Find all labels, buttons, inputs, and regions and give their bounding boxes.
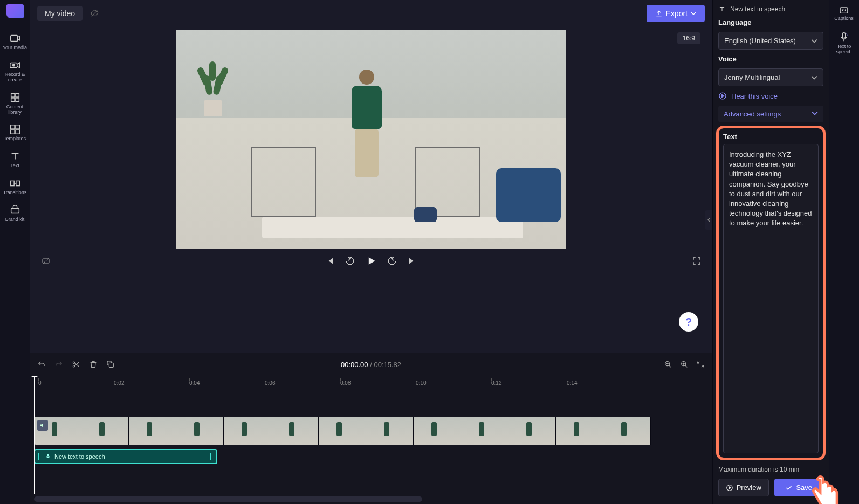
tts-text-input[interactable] xyxy=(723,144,819,453)
time-current: 00:00.00 xyxy=(341,361,368,369)
project-title[interactable]: My video xyxy=(37,6,83,21)
media-icon xyxy=(9,32,21,44)
tts-icon xyxy=(838,31,850,43)
templates-icon xyxy=(9,123,21,135)
transitions-icon xyxy=(9,177,21,189)
clip-grip-right[interactable] xyxy=(210,453,213,460)
left-sidebar: Your media Record & create Content libra… xyxy=(0,0,30,504)
nav-brand-kit[interactable]: Brand kit xyxy=(0,200,30,227)
main-area: My video Export 16:9 xyxy=(30,0,712,504)
language-label: Language xyxy=(718,18,823,26)
language-select[interactable]: English (United States) xyxy=(718,32,823,50)
svg-rect-11 xyxy=(10,181,13,186)
preview-label: Preview xyxy=(737,484,761,492)
export-label: Export xyxy=(666,9,688,18)
ruler-tick: 0:06 xyxy=(265,380,275,386)
svg-rect-8 xyxy=(15,125,19,129)
player-controls xyxy=(30,249,712,273)
video-track[interactable] xyxy=(34,417,708,445)
forward-button[interactable] xyxy=(387,256,397,266)
svg-rect-13 xyxy=(11,208,19,213)
hear-voice-button[interactable]: Hear this voice xyxy=(718,92,823,100)
upload-icon xyxy=(655,10,663,17)
tts-clip[interactable]: New text to speech xyxy=(34,449,217,464)
record-icon xyxy=(9,59,21,71)
keyboard-off-icon[interactable] xyxy=(40,257,51,265)
text-icon xyxy=(9,150,21,162)
svg-rect-0 xyxy=(10,36,17,42)
nav-templates[interactable]: Templates xyxy=(0,119,30,146)
fit-timeline-button[interactable] xyxy=(696,360,705,369)
redo-button[interactable] xyxy=(54,360,63,369)
save-label: Save xyxy=(796,484,812,492)
playhead[interactable] xyxy=(34,376,35,494)
advanced-settings-toggle[interactable]: Advanced settings xyxy=(718,106,823,122)
nav-label: Text xyxy=(10,163,19,169)
zoom-out-button[interactable] xyxy=(664,360,672,369)
nav-content-library[interactable]: Content library xyxy=(0,87,30,120)
rail-label: Text to speech xyxy=(829,44,859,55)
rewind-button[interactable] xyxy=(345,256,355,266)
text-section-highlight: Text xyxy=(716,126,826,460)
nav-label: Transitions xyxy=(3,190,27,196)
svg-rect-12 xyxy=(16,181,19,186)
rail-captions[interactable]: Captions xyxy=(834,5,854,22)
captions-icon xyxy=(838,5,850,15)
nav-your-media[interactable]: Your media xyxy=(0,28,30,55)
svg-rect-9 xyxy=(10,130,14,134)
delete-button[interactable] xyxy=(89,360,98,369)
ruler-tick: 0:10 xyxy=(416,380,426,386)
nav-text[interactable]: Text xyxy=(0,146,30,173)
nav-transitions[interactable]: Transitions xyxy=(0,173,30,200)
svg-rect-19 xyxy=(109,363,113,367)
hear-voice-label: Hear this voice xyxy=(731,92,778,100)
panel-header: New text to speech xyxy=(718,5,823,13)
audio-icon xyxy=(37,420,48,431)
svg-line-14 xyxy=(92,11,98,17)
preview-button[interactable]: Preview xyxy=(718,479,769,496)
tts-panel: New text to speech Language English (Uni… xyxy=(712,0,829,504)
brand-kit-icon xyxy=(9,204,21,216)
export-button[interactable]: Export xyxy=(647,5,705,22)
check-icon xyxy=(785,484,793,492)
play-button[interactable] xyxy=(366,256,376,266)
right-rail: Captions Text to speech xyxy=(829,0,859,504)
skip-back-button[interactable] xyxy=(325,256,334,266)
mic-icon xyxy=(45,453,51,460)
zoom-in-button[interactable] xyxy=(680,360,689,369)
time-ruler[interactable]: 0 0:02 0:04 0:06 0:08 0:10 0:12 0:14 xyxy=(38,380,708,393)
advanced-label: Advanced settings xyxy=(724,110,781,118)
nav-label: Brand kit xyxy=(5,217,25,223)
library-icon xyxy=(9,92,21,103)
chevron-down-icon xyxy=(811,74,817,81)
clip-grip-left[interactable] xyxy=(38,453,42,460)
text-label: Text xyxy=(723,133,819,141)
voice-select[interactable]: Jenny Multilingual xyxy=(718,68,823,86)
play-circle-icon xyxy=(726,484,733,492)
panel-buttons: Preview Save xyxy=(718,479,823,496)
ruler-tick: 0:08 xyxy=(340,380,351,386)
undo-button[interactable] xyxy=(37,360,46,369)
help-button[interactable]: ? xyxy=(679,312,698,332)
aspect-ratio-chip[interactable]: 16:9 xyxy=(677,32,700,44)
nav-label: Templates xyxy=(4,136,26,142)
max-duration-note: Maximum duration is 10 min xyxy=(718,466,823,473)
ruler-tick: 0 xyxy=(38,380,42,386)
svg-rect-10 xyxy=(15,130,19,134)
chevron-left-icon xyxy=(706,217,712,223)
split-button[interactable] xyxy=(72,360,80,369)
skip-forward-button[interactable] xyxy=(408,256,417,266)
timeline-scrollbar[interactable] xyxy=(34,496,422,502)
duplicate-button[interactable] xyxy=(106,360,115,369)
video-preview[interactable] xyxy=(176,30,566,249)
nav-label: Your media xyxy=(3,45,27,51)
rail-text-to-speech[interactable]: Text to speech xyxy=(829,31,859,55)
voice-value: Jenny Multilingual xyxy=(724,73,780,81)
cloud-sync-icon[interactable] xyxy=(89,9,100,18)
nav-record-create[interactable]: Record & create xyxy=(0,55,30,87)
tracks-area[interactable]: 0 0:02 0:04 0:06 0:08 0:10 0:12 0:14 N xyxy=(30,376,712,504)
preview-area: 16:9 ? xyxy=(30,27,712,353)
fullscreen-button[interactable] xyxy=(692,256,702,266)
nav-label: Content library xyxy=(1,105,29,115)
save-button[interactable]: Save xyxy=(774,479,824,496)
